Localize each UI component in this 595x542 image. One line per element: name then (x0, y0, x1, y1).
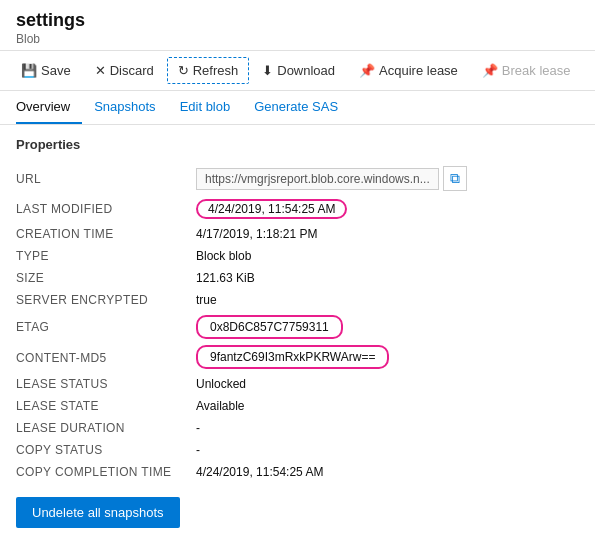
save-icon: 💾 (21, 63, 37, 78)
prop-value-etag-md5: 0x8D6C857C7759311 (196, 311, 579, 343)
table-row: COPY STATUS - (16, 439, 579, 461)
tab-overview[interactable]: Overview (16, 91, 82, 124)
break-lease-icon: 📌 (482, 63, 498, 78)
prop-label-last-modified: LAST MODIFIED (16, 195, 196, 223)
copy-url-button[interactable]: ⧉ (443, 166, 467, 191)
prop-label-creation-time: CREATION TIME (16, 223, 196, 245)
undelete-snapshots-button[interactable]: Undelete all snapshots (16, 497, 180, 528)
prop-value-lease-state: Available (196, 395, 579, 417)
prop-value-copy-completion: 4/24/2019, 11:54:25 AM (196, 461, 579, 483)
discard-button[interactable]: ✕ Discard (84, 57, 165, 84)
tab-generate-sas[interactable]: Generate SAS (242, 91, 350, 124)
table-row: LAST MODIFIED 4/24/2019, 11:54:25 AM (16, 195, 579, 223)
prop-value-lease-duration: - (196, 417, 579, 439)
content-area: Properties URL https://vmgrjsreport.blob… (0, 125, 595, 540)
url-box: https://vmgrjsreport.blob.core.windows.n… (196, 168, 439, 190)
acquire-lease-label: Acquire lease (379, 63, 458, 78)
table-row: LEASE DURATION - (16, 417, 579, 439)
table-row: URL https://vmgrjsreport.blob.core.windo… (16, 162, 579, 195)
table-row: LEASE STATUS Unlocked (16, 373, 579, 395)
prop-label-size: SIZE (16, 267, 196, 289)
prop-label-url: URL (16, 162, 196, 195)
page-subtitle: Blob (16, 32, 579, 46)
download-label: Download (277, 63, 335, 78)
discard-icon: ✕ (95, 63, 106, 78)
prop-label-content-md5: CONTENT-MD5 (16, 343, 196, 373)
prop-value-creation-time: 4/17/2019, 1:18:21 PM (196, 223, 579, 245)
acquire-lease-icon: 📌 (359, 63, 375, 78)
etag-value: 0x8D6C857C7759311 (210, 320, 329, 334)
prop-label-server-encrypted: SERVER ENCRYPTED (16, 289, 196, 311)
prop-label-lease-status: LEASE STATUS (16, 373, 196, 395)
table-row: ETAG 0x8D6C857C7759311 (16, 311, 579, 343)
table-row: COPY COMPLETION TIME 4/24/2019, 11:54:25… (16, 461, 579, 483)
properties-table: URL https://vmgrjsreport.blob.core.windo… (16, 162, 579, 483)
prop-value-server-encrypted: true (196, 289, 579, 311)
break-lease-label: Break lease (502, 63, 571, 78)
table-row: SERVER ENCRYPTED true (16, 289, 579, 311)
save-button[interactable]: 💾 Save (10, 57, 82, 84)
last-modified-value: 4/24/2019, 11:54:25 AM (196, 199, 347, 219)
prop-value-size: 121.63 KiB (196, 267, 579, 289)
save-label: Save (41, 63, 71, 78)
prop-value-type: Block blob (196, 245, 579, 267)
prop-value-content-md5: 9fantzC69I3mRxkPKRWArw== (196, 343, 579, 373)
refresh-icon: ↻ (178, 63, 189, 78)
tab-snapshots[interactable]: Snapshots (82, 91, 167, 124)
table-row: SIZE 121.63 KiB (16, 267, 579, 289)
prop-label-lease-duration: LEASE DURATION (16, 417, 196, 439)
tab-edit-blob[interactable]: Edit blob (168, 91, 243, 124)
section-title: Properties (16, 137, 579, 152)
acquire-lease-button[interactable]: 📌 Acquire lease (348, 57, 469, 84)
table-row: TYPE Block blob (16, 245, 579, 267)
discard-label: Discard (110, 63, 154, 78)
tabs-container: Overview Snapshots Edit blob Generate SA… (0, 91, 595, 125)
prop-label-type: TYPE (16, 245, 196, 267)
prop-label-etag: ETAG (16, 311, 196, 343)
break-lease-button[interactable]: 📌 Break lease (471, 57, 582, 84)
page-title: settings (16, 10, 579, 31)
content-md5-value: 9fantzC69I3mRxkPKRWArw== (210, 350, 375, 364)
table-row: CREATION TIME 4/17/2019, 1:18:21 PM (16, 223, 579, 245)
table-row: LEASE STATE Available (16, 395, 579, 417)
prop-value-last-modified: 4/24/2019, 11:54:25 AM (196, 195, 579, 223)
prop-value-lease-status: Unlocked (196, 373, 579, 395)
prop-value-url: https://vmgrjsreport.blob.core.windows.n… (196, 162, 579, 195)
refresh-label: Refresh (193, 63, 239, 78)
toolbar: 💾 Save ✕ Discard ↻ Refresh ⬇ Download 📌 … (0, 51, 595, 91)
table-row: CONTENT-MD5 9fantzC69I3mRxkPKRWArw== (16, 343, 579, 373)
prop-label-lease-state: LEASE STATE (16, 395, 196, 417)
download-icon: ⬇ (262, 63, 273, 78)
header: settings Blob (0, 0, 595, 51)
download-button[interactable]: ⬇ Download (251, 57, 346, 84)
prop-label-copy-completion: COPY COMPLETION TIME (16, 461, 196, 483)
prop-value-copy-status: - (196, 439, 579, 461)
refresh-button[interactable]: ↻ Refresh (167, 57, 250, 84)
prop-label-copy-status: COPY STATUS (16, 439, 196, 461)
